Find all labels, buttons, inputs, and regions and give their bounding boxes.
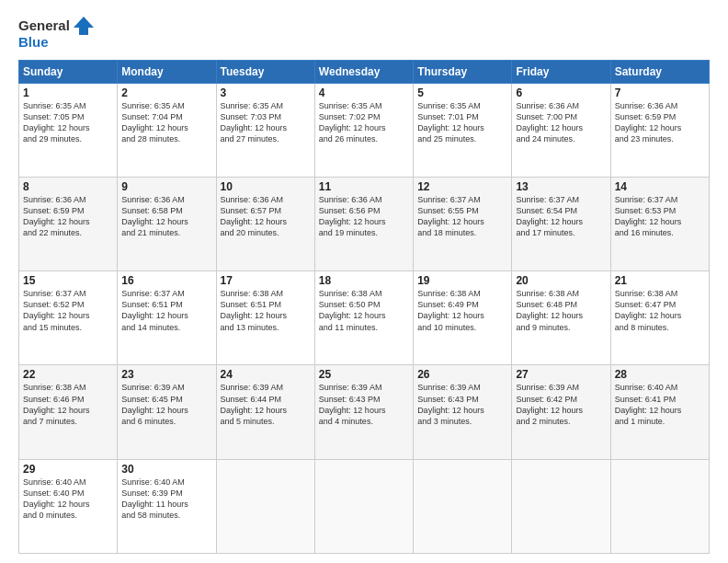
day-number: 5 — [417, 86, 507, 99]
weekday-header-cell: Wednesday — [314, 60, 413, 83]
day-number: 3 — [221, 86, 311, 99]
day-number: 20 — [516, 274, 606, 287]
day-info: Sunrise: 6:38 AMSunset: 6:46 PMDaylight:… — [23, 382, 113, 427]
day-number: 7 — [615, 86, 705, 99]
calendar-day-cell: 21Sunrise: 6:38 AMSunset: 6:47 PMDayligh… — [610, 271, 709, 365]
calendar-day-cell: 11Sunrise: 6:36 AMSunset: 6:56 PMDayligh… — [314, 177, 413, 270]
day-number: 16 — [121, 274, 211, 287]
calendar-day-cell — [216, 459, 314, 553]
weekday-header-cell: Thursday — [414, 60, 512, 83]
calendar-day-cell: 26Sunrise: 6:39 AMSunset: 6:43 PMDayligh… — [414, 365, 512, 459]
calendar-day-cell: 15Sunrise: 6:37 AMSunset: 6:52 PMDayligh… — [19, 271, 118, 365]
calendar-day-cell — [414, 459, 512, 553]
day-info: Sunrise: 6:36 AMSunset: 6:56 PMDaylight:… — [319, 194, 409, 239]
day-number: 12 — [417, 180, 507, 193]
weekday-header-cell: Saturday — [610, 60, 709, 83]
calendar-week-row: 15Sunrise: 6:37 AMSunset: 6:52 PMDayligh… — [19, 271, 710, 365]
day-info: Sunrise: 6:39 AMSunset: 6:43 PMDaylight:… — [319, 382, 409, 427]
calendar-day-cell: 1Sunrise: 6:35 AMSunset: 7:05 PMDaylight… — [19, 83, 118, 177]
day-info: Sunrise: 6:36 AMSunset: 7:00 PMDaylight:… — [516, 100, 606, 145]
day-number: 26 — [417, 368, 507, 381]
day-info: Sunrise: 6:39 AMSunset: 6:45 PMDaylight:… — [121, 382, 211, 427]
day-info: Sunrise: 6:35 AMSunset: 7:01 PMDaylight:… — [417, 100, 507, 145]
day-info: Sunrise: 6:38 AMSunset: 6:47 PMDaylight:… — [615, 288, 705, 333]
calendar-day-cell: 30Sunrise: 6:40 AMSunset: 6:39 PMDayligh… — [118, 459, 216, 553]
calendar-day-cell: 10Sunrise: 6:36 AMSunset: 6:57 PMDayligh… — [216, 177, 314, 270]
calendar-day-cell: 6Sunrise: 6:36 AMSunset: 7:00 PMDaylight… — [512, 83, 610, 177]
day-number: 4 — [319, 86, 409, 99]
day-number: 17 — [221, 274, 311, 287]
day-info: Sunrise: 6:37 AMSunset: 6:51 PMDaylight:… — [121, 288, 211, 333]
day-info: Sunrise: 6:37 AMSunset: 6:54 PMDaylight:… — [516, 194, 606, 239]
calendar-day-cell — [314, 459, 413, 553]
day-info: Sunrise: 6:40 AMSunset: 6:40 PMDaylight:… — [23, 477, 113, 522]
day-info: Sunrise: 6:35 AMSunset: 7:05 PMDaylight:… — [23, 100, 113, 145]
calendar-body: 1Sunrise: 6:35 AMSunset: 7:05 PMDaylight… — [19, 83, 710, 554]
day-number: 21 — [615, 274, 705, 287]
day-number: 18 — [319, 274, 409, 287]
logo-triangle-icon — [74, 17, 94, 35]
calendar-table: SundayMondayTuesdayWednesdayThursdayFrid… — [18, 60, 710, 555]
day-number: 19 — [417, 274, 507, 287]
page: General Blue SundayMondayTuesdayWednesda… — [0, 0, 728, 563]
calendar-day-cell — [512, 459, 610, 553]
calendar-day-cell: 4Sunrise: 6:35 AMSunset: 7:02 PMDaylight… — [314, 83, 413, 177]
calendar-day-cell: 14Sunrise: 6:37 AMSunset: 6:53 PMDayligh… — [610, 177, 709, 270]
day-info: Sunrise: 6:40 AMSunset: 6:41 PMDaylight:… — [615, 382, 705, 427]
calendar-day-cell: 20Sunrise: 6:38 AMSunset: 6:48 PMDayligh… — [512, 271, 610, 365]
day-number: 2 — [121, 86, 211, 99]
day-number: 30 — [121, 463, 211, 476]
calendar-day-cell: 13Sunrise: 6:37 AMSunset: 6:54 PMDayligh… — [512, 177, 610, 270]
logo-text-block: General Blue — [18, 17, 94, 51]
weekday-header-cell: Sunday — [19, 60, 118, 83]
day-info: Sunrise: 6:36 AMSunset: 6:57 PMDaylight:… — [221, 194, 311, 239]
day-number: 8 — [23, 180, 113, 193]
weekday-header-row: SundayMondayTuesdayWednesdayThursdayFrid… — [19, 60, 710, 83]
day-info: Sunrise: 6:35 AMSunset: 7:03 PMDaylight:… — [221, 100, 311, 145]
calendar-day-cell: 5Sunrise: 6:35 AMSunset: 7:01 PMDaylight… — [414, 83, 512, 177]
day-number: 25 — [319, 368, 409, 381]
day-info: Sunrise: 6:35 AMSunset: 7:04 PMDaylight:… — [121, 100, 211, 145]
day-number: 22 — [23, 368, 113, 381]
calendar-day-cell: 24Sunrise: 6:39 AMSunset: 6:44 PMDayligh… — [216, 365, 314, 459]
calendar-week-row: 22Sunrise: 6:38 AMSunset: 6:46 PMDayligh… — [19, 365, 710, 459]
day-number: 13 — [516, 180, 606, 193]
day-info: Sunrise: 6:35 AMSunset: 7:02 PMDaylight:… — [319, 100, 409, 145]
day-number: 27 — [516, 368, 606, 381]
calendar-day-cell: 19Sunrise: 6:38 AMSunset: 6:49 PMDayligh… — [414, 271, 512, 365]
calendar-week-row: 29Sunrise: 6:40 AMSunset: 6:40 PMDayligh… — [19, 459, 710, 553]
day-info: Sunrise: 6:37 AMSunset: 6:53 PMDaylight:… — [615, 194, 705, 239]
logo: General Blue — [18, 17, 94, 51]
header: General Blue — [18, 17, 710, 51]
calendar-day-cell — [610, 459, 709, 553]
weekday-header-cell: Monday — [118, 60, 216, 83]
day-number: 11 — [319, 180, 409, 193]
day-number: 15 — [23, 274, 113, 287]
calendar-day-cell: 17Sunrise: 6:38 AMSunset: 6:51 PMDayligh… — [216, 271, 314, 365]
calendar-day-cell: 8Sunrise: 6:36 AMSunset: 6:59 PMDaylight… — [19, 177, 118, 270]
day-info: Sunrise: 6:36 AMSunset: 6:58 PMDaylight:… — [121, 194, 211, 239]
day-info: Sunrise: 6:36 AMSunset: 6:59 PMDaylight:… — [23, 194, 113, 239]
calendar-day-cell: 12Sunrise: 6:37 AMSunset: 6:55 PMDayligh… — [414, 177, 512, 270]
day-number: 6 — [516, 86, 606, 99]
day-info: Sunrise: 6:40 AMSunset: 6:39 PMDaylight:… — [121, 477, 211, 522]
calendar-day-cell: 29Sunrise: 6:40 AMSunset: 6:40 PMDayligh… — [19, 459, 118, 553]
calendar-day-cell: 18Sunrise: 6:38 AMSunset: 6:50 PMDayligh… — [314, 271, 413, 365]
day-info: Sunrise: 6:37 AMSunset: 6:55 PMDaylight:… — [417, 194, 507, 239]
day-info: Sunrise: 6:38 AMSunset: 6:50 PMDaylight:… — [319, 288, 409, 333]
day-info: Sunrise: 6:38 AMSunset: 6:51 PMDaylight:… — [221, 288, 311, 333]
weekday-header-cell: Friday — [512, 60, 610, 83]
day-number: 23 — [121, 368, 211, 381]
day-info: Sunrise: 6:39 AMSunset: 6:42 PMDaylight:… — [516, 382, 606, 427]
day-number: 24 — [221, 368, 311, 381]
day-number: 1 — [23, 86, 113, 99]
calendar-day-cell: 9Sunrise: 6:36 AMSunset: 6:58 PMDaylight… — [118, 177, 216, 270]
svg-marker-0 — [74, 17, 94, 35]
day-number: 9 — [121, 180, 211, 193]
calendar-day-cell: 25Sunrise: 6:39 AMSunset: 6:43 PMDayligh… — [314, 365, 413, 459]
day-number: 10 — [221, 180, 311, 193]
calendar-day-cell: 22Sunrise: 6:38 AMSunset: 6:46 PMDayligh… — [19, 365, 118, 459]
calendar-day-cell: 23Sunrise: 6:39 AMSunset: 6:45 PMDayligh… — [118, 365, 216, 459]
day-number: 29 — [23, 463, 113, 476]
day-info: Sunrise: 6:39 AMSunset: 6:43 PMDaylight:… — [417, 382, 507, 427]
